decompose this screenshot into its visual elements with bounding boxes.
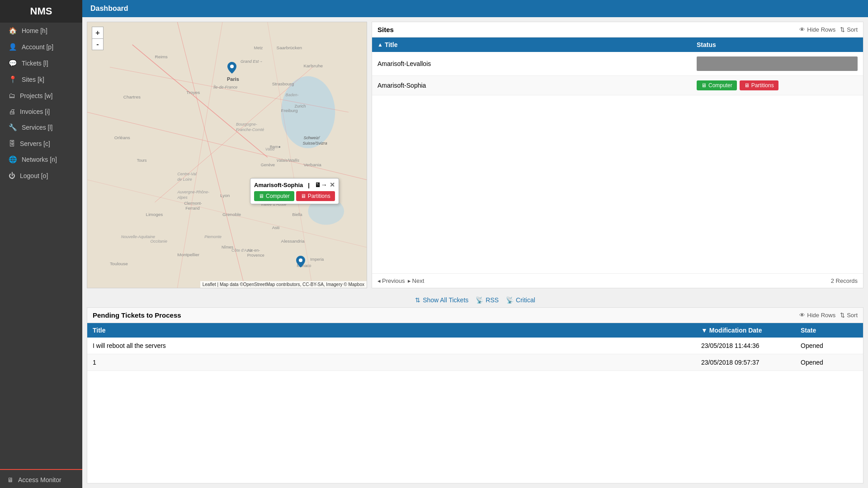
pending-sort-icon: ⇅ bbox=[840, 312, 845, 319]
sidebar-item-sites[interactable]: 📍 Sites [k] bbox=[0, 71, 82, 88]
sidebar-item-access-monitor[interactable]: 🖥 Access Monitor bbox=[0, 472, 82, 488]
svg-text:Grand Est→: Grand Est→ bbox=[241, 59, 263, 64]
sites-th-title[interactable]: ▲ Title bbox=[372, 38, 691, 52]
svg-text:Montpellier: Montpellier bbox=[177, 252, 199, 257]
popup-partitions-button[interactable]: 🖥 Partitions bbox=[296, 191, 335, 201]
sophia-partitions-button[interactable]: 🖥 Partitions bbox=[740, 80, 778, 90]
sophia-marker[interactable] bbox=[296, 256, 305, 267]
svg-text:Valais/Wallis: Valais/Wallis bbox=[277, 158, 300, 163]
tickets-th-date[interactable]: ▼ Modification Date bbox=[696, 323, 795, 338]
sites-td-sophia-status: 🖥 Computer 🖥 Partitions bbox=[691, 76, 863, 95]
map-controls: + - bbox=[92, 27, 104, 50]
content-area: Reims Saarbrücken Karlsruhe Strasbourg C… bbox=[82, 17, 868, 488]
sidebar-item-invoices[interactable]: 🖨 Invoices [i] bbox=[0, 103, 82, 119]
pending-header: Pending Tickets to Process 👁 Hide Rows ⇅… bbox=[87, 308, 863, 323]
partitions-icon: 🖥 bbox=[301, 193, 306, 199]
sites-row-sophia: Amarisoft-Sophia 🖥 Computer 🖥 Partitions bbox=[372, 76, 863, 95]
hide-rows-button[interactable]: 👁 Hide Rows bbox=[799, 26, 835, 33]
sidebar: NMS 🏠 Home [h] 👤 Account [p] 💬 Tickets [… bbox=[0, 0, 82, 488]
hide-rows-icon: 👁 bbox=[799, 26, 805, 33]
sidebar-divider bbox=[0, 469, 82, 470]
svg-text:Strasbourg: Strasbourg bbox=[272, 81, 294, 86]
svg-text:Grenoble: Grenoble bbox=[222, 212, 241, 217]
svg-text:Paris: Paris bbox=[227, 76, 239, 82]
svg-text:Schweiz/: Schweiz/ bbox=[303, 136, 320, 140]
next-button[interactable]: ▸ Next bbox=[408, 277, 425, 284]
sidebar-item-services[interactable]: 🔧 Services [l] bbox=[0, 119, 82, 136]
svg-text:Auvergne-Rhône-: Auvergne-Rhône- bbox=[177, 190, 209, 194]
sophia-computer-button[interactable]: 🖥 Computer bbox=[697, 80, 737, 90]
svg-text:Aix-en-: Aix-en- bbox=[247, 248, 260, 253]
previous-button[interactable]: ◂ Previous bbox=[377, 277, 405, 284]
svg-text:Metz: Metz bbox=[254, 46, 263, 50]
servers-icon: 🗄 bbox=[9, 140, 15, 147]
tickets-icon: 💬 bbox=[9, 59, 17, 67]
status-grey-bar bbox=[697, 56, 858, 71]
svg-text:Alpes: Alpes bbox=[177, 195, 188, 200]
zoom-in-button[interactable]: + bbox=[92, 27, 104, 38]
svg-text:Zurich: Zurich bbox=[294, 104, 306, 108]
sites-panel-header: Sites 👁 Hide Rows ⇅ Sort bbox=[372, 22, 863, 38]
tickets-list-icon: ⇅ bbox=[415, 296, 420, 304]
svg-text:Vaud: Vaud bbox=[265, 147, 275, 151]
zoom-out-button[interactable]: - bbox=[92, 38, 104, 50]
svg-text:Limoges: Limoges bbox=[146, 212, 163, 217]
sort-icon: ⇅ bbox=[840, 26, 845, 33]
computer-icon: 🖥 bbox=[259, 193, 264, 199]
monitor-icon: 🖥 bbox=[7, 476, 14, 483]
sites-panel-title: Sites bbox=[377, 26, 394, 33]
sites-row-levallois: Amarisoft-Levallois bbox=[372, 52, 863, 76]
sidebar-item-projects[interactable]: 🗂 Projects [w] bbox=[0, 88, 82, 103]
svg-text:Clermont-: Clermont- bbox=[184, 201, 202, 206]
popup-close-button[interactable]: ✕ bbox=[330, 181, 335, 188]
sidebar-item-home[interactable]: 🏠 Home [h] bbox=[0, 23, 82, 39]
show-all-tickets-button[interactable]: ⇅ Show All Tickets bbox=[415, 296, 468, 304]
critical-button[interactable]: 📡 Critical bbox=[506, 296, 535, 304]
pending-sort-button[interactable]: ⇅ Sort bbox=[840, 312, 858, 319]
sort-up-icon: ▲ bbox=[377, 42, 383, 48]
tickets-th-state[interactable]: State bbox=[795, 323, 863, 338]
svg-text:Alessandria: Alessandria bbox=[281, 239, 305, 244]
popup-site-name: Amarisoft-Sophia bbox=[254, 182, 303, 188]
ticket-title-2: 1 bbox=[87, 354, 696, 371]
svg-text:Imperia: Imperia bbox=[310, 257, 324, 262]
svg-text:Provence: Provence bbox=[247, 253, 264, 258]
popup-computer-button[interactable]: 🖥 Computer bbox=[254, 191, 294, 201]
sidebar-item-tickets[interactable]: 💬 Tickets [l] bbox=[0, 55, 82, 71]
svg-point-63 bbox=[230, 65, 234, 68]
sidebar-item-logout[interactable]: ⏻ Logout [o] bbox=[0, 168, 82, 183]
sites-td-levallois-title: Amarisoft-Levallois bbox=[372, 56, 691, 72]
home-icon: 🏠 bbox=[9, 27, 17, 35]
svg-text:Biella: Biella bbox=[292, 212, 302, 217]
svg-text:Bourgogne-: Bourgogne- bbox=[236, 122, 257, 127]
sites-icon: 📍 bbox=[9, 75, 17, 84]
topbar: Dashboard bbox=[82, 0, 868, 17]
svg-text:Orléans: Orléans bbox=[114, 135, 130, 140]
sort-down-icon: ▼ bbox=[701, 327, 708, 334]
tickets-th-title[interactable]: Title bbox=[87, 323, 696, 338]
sites-td-sophia-title: Amarisoft-Sophia bbox=[372, 77, 691, 94]
sites-th-status[interactable]: Status bbox=[691, 38, 863, 52]
tickets-bar: ⇅ Show All Tickets 📡 RSS 📡 Critical bbox=[87, 293, 863, 307]
sidebar-item-account[interactable]: 👤 Account [p] bbox=[0, 39, 82, 55]
svg-point-64 bbox=[299, 258, 302, 262]
sidebar-item-servers[interactable]: 🗄 Servers [c] bbox=[0, 136, 82, 151]
sort-button[interactable]: ⇅ Sort bbox=[840, 26, 858, 33]
svg-text:Baden-: Baden- bbox=[286, 93, 299, 97]
ticket-state-2: Opened bbox=[795, 354, 863, 371]
svg-text:Chartres: Chartres bbox=[123, 94, 141, 99]
rss-button[interactable]: 📡 RSS bbox=[476, 296, 499, 304]
sites-panel: Sites 👁 Hide Rows ⇅ Sort bbox=[372, 22, 863, 288]
ticket-date-2: 23/05/2018 09:57:37 bbox=[696, 354, 795, 371]
svg-text:Franche-Comté: Franche-Comté bbox=[236, 127, 264, 132]
svg-text:Saarbrücken: Saarbrücken bbox=[277, 45, 302, 50]
networks-icon: 🌐 bbox=[9, 155, 17, 164]
pending-actions: 👁 Hide Rows ⇅ Sort bbox=[799, 312, 858, 319]
pending-hide-rows-button[interactable]: 👁 Hide Rows bbox=[799, 312, 835, 319]
map-attribution: Leaflet | Map data ©OpenStreetMap contri… bbox=[200, 281, 367, 288]
map-container[interactable]: Reims Saarbrücken Karlsruhe Strasbourg C… bbox=[87, 22, 367, 288]
paris-marker[interactable] bbox=[227, 62, 236, 74]
svg-text:Île-de-France: Île-de-France bbox=[213, 85, 237, 89]
sidebar-nav: 🏠 Home [h] 👤 Account [p] 💬 Tickets [l] 📍… bbox=[0, 23, 82, 467]
sidebar-item-networks[interactable]: 🌐 Networks [n] bbox=[0, 151, 82, 168]
